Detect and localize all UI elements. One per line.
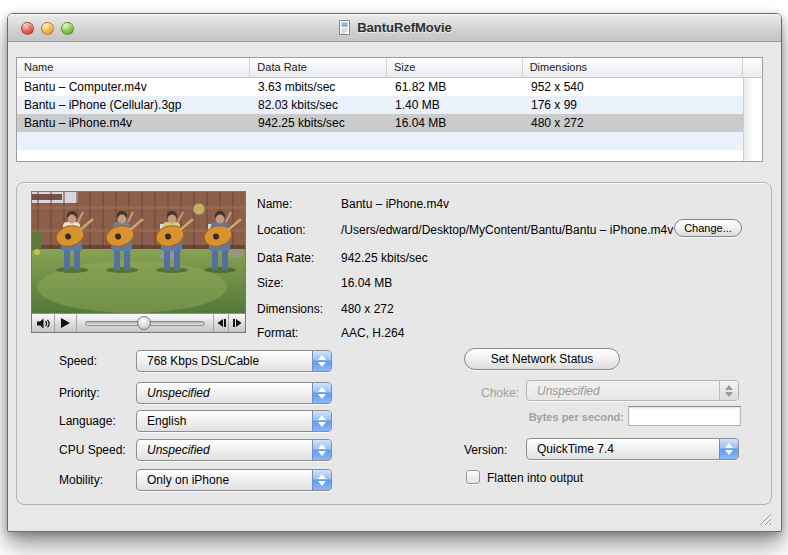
cell-dimensions: 176 x 99 (524, 96, 745, 114)
scrubber[interactable] (77, 314, 213, 332)
step-forward-icon[interactable] (229, 314, 245, 332)
speed-popup[interactable]: 768 Kbps DSL/Cable (136, 350, 332, 372)
name-label: Name: (257, 197, 292, 211)
choke-value: Unspecified (527, 384, 719, 398)
cell-data-rate: 3.63 mbits/sec (251, 78, 388, 96)
movie-list: Name Data Rate Size Dimensions Bantu – C… (16, 57, 763, 162)
speed-value: 768 Kbps DSL/Cable (137, 354, 312, 368)
mobility-value: Only on iPhone (137, 473, 312, 487)
speed-label: Speed: (59, 354, 97, 368)
language-popup[interactable]: English (136, 410, 332, 432)
size-value: 16.04 MB (341, 276, 392, 290)
version-label: Version: (464, 443, 507, 457)
cpu-speed-value: Unspecified (137, 443, 312, 457)
scrubber-thumb[interactable] (137, 316, 151, 330)
column-header-size[interactable]: Size (387, 58, 523, 77)
close-button[interactable] (21, 22, 34, 35)
resize-grip[interactable] (756, 510, 772, 526)
mobility-popup[interactable]: Only on iPhone (136, 469, 332, 491)
set-network-status-button[interactable]: Set Network Status (464, 348, 620, 370)
bytes-per-second-label: Bytes per second: (447, 411, 624, 423)
popup-arrows-icon (312, 411, 331, 431)
language-value: English (137, 414, 312, 428)
popup-arrows-icon (719, 439, 738, 459)
title-bar[interactable]: BantuRefMovie (8, 14, 781, 42)
cpu-speed-popup[interactable]: Unspecified (136, 439, 332, 461)
play-icon[interactable] (55, 314, 77, 332)
video-frame-image (32, 192, 245, 313)
change-button[interactable]: Change... (674, 219, 742, 237)
location-label: Location: (257, 223, 306, 237)
flatten-label: Flatten into output (487, 471, 583, 485)
cell-name: Bantu – iPhone (Cellular).3gp (17, 96, 251, 114)
priority-popup[interactable]: Unspecified (136, 382, 332, 404)
screenshot: BantuRefMovie Name Data Rate Size Dimens… (0, 0, 788, 555)
list-header: Name Data Rate Size Dimensions (17, 58, 762, 78)
table-row[interactable]: Bantu – iPhone (Cellular).3gp 82.03 kbit… (17, 96, 745, 114)
format-label: Format: (257, 326, 298, 340)
column-header-dimensions[interactable]: Dimensions (523, 58, 743, 77)
popup-arrows-icon (312, 351, 331, 371)
popup-arrows-icon (719, 381, 738, 400)
column-header-name[interactable]: Name (17, 58, 250, 77)
document-proxy-icon (337, 20, 352, 35)
version-popup[interactable]: QuickTime 7.4 (526, 438, 739, 460)
video-preview (31, 191, 246, 333)
dimensions-value: 480 x 272 (341, 302, 394, 316)
column-header-data-rate[interactable]: Data Rate (250, 58, 387, 77)
cell-dimensions: 480 x 272 (524, 114, 745, 132)
popup-arrows-icon (312, 440, 331, 460)
volume-icon[interactable] (32, 314, 55, 332)
popup-arrows-icon (312, 383, 331, 403)
cell-size: 61.82 MB (388, 78, 524, 96)
table-row[interactable]: Bantu – Computer.m4v 3.63 mbits/sec 61.8… (17, 78, 745, 96)
scrollbar-header-cell (743, 58, 762, 77)
name-value: Bantu – iPhone.m4v (341, 197, 449, 211)
cpu-speed-label: CPU Speed: (59, 443, 126, 457)
language-label: Language: (59, 414, 116, 428)
size-label: Size: (257, 276, 284, 290)
step-back-icon[interactable] (213, 314, 229, 332)
flatten-checkbox[interactable] (466, 470, 480, 484)
minimize-button[interactable] (41, 22, 54, 35)
location-value: /Users/edward/Desktop/MyContent/Bantu/Ba… (341, 223, 673, 237)
table-row-empty (17, 150, 745, 162)
cell-size: 1.40 MB (388, 96, 524, 114)
player-controller (32, 313, 245, 332)
priority-value: Unspecified (137, 386, 312, 400)
choke-popup: Unspecified (526, 380, 739, 401)
mobility-label: Mobility: (59, 473, 103, 487)
cell-name: Bantu – Computer.m4v (17, 78, 251, 96)
table-row-selected[interactable]: Bantu – iPhone.m4v 942.25 kbits/sec 16.0… (17, 114, 745, 132)
popup-arrows-icon (312, 470, 331, 490)
format-value: AAC, H.264 (341, 326, 404, 340)
zoom-button[interactable] (61, 22, 74, 35)
vertical-scrollbar[interactable] (743, 78, 762, 161)
window-title: BantuRefMovie (357, 20, 452, 35)
cell-data-rate: 82.03 kbits/sec (251, 96, 388, 114)
table-row-empty (17, 132, 745, 150)
data-rate-label: Data Rate: (257, 251, 314, 265)
version-value: QuickTime 7.4 (527, 442, 719, 456)
cell-dimensions: 952 x 540 (524, 78, 745, 96)
priority-label: Priority: (59, 386, 100, 400)
cell-name: Bantu – iPhone.m4v (17, 114, 251, 132)
cell-size: 16.04 MB (388, 114, 524, 132)
data-rate-value: 942.25 kbits/sec (341, 251, 428, 265)
bytes-per-second-field[interactable] (628, 406, 741, 426)
dimensions-label: Dimensions: (257, 302, 323, 316)
detail-pane: Name: Bantu – iPhone.m4v Location: /User… (16, 182, 772, 505)
banturefmovie-window: BantuRefMovie Name Data Rate Size Dimens… (7, 13, 782, 532)
choke-label: Choke: (397, 386, 519, 400)
cell-data-rate: 942.25 kbits/sec (251, 114, 388, 132)
